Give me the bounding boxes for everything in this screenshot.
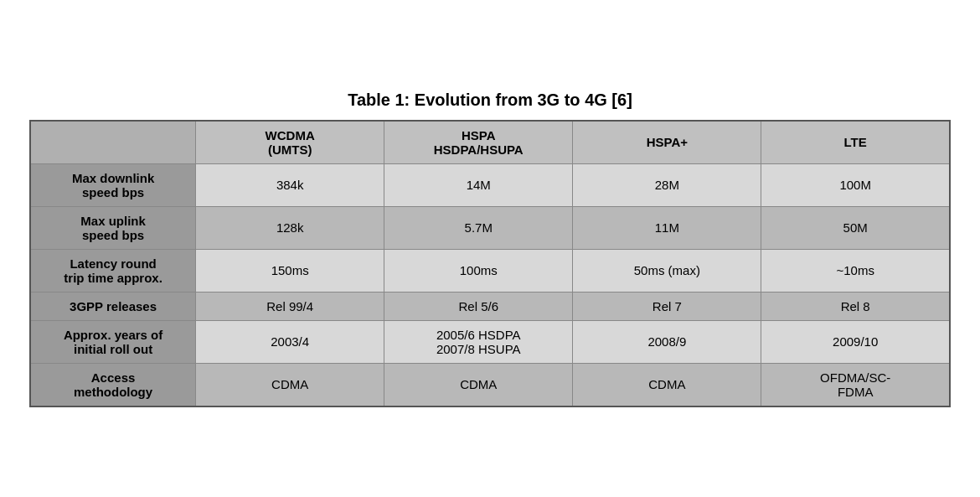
- header-empty: [30, 121, 196, 164]
- cell-wcdma: Rel 99/4: [196, 292, 384, 320]
- cell-hspaplus: 50ms (max): [573, 249, 761, 292]
- table-title: Table 1: Evolution from 3G to 4G [6]: [29, 91, 951, 110]
- cell-lte: 50M: [761, 206, 950, 249]
- cell-hspaplus: 2008/9: [573, 320, 761, 363]
- cell-hspaplus: Rel 7: [573, 292, 761, 320]
- table-row: Max uplink speed bps128k5.7M11M50M: [30, 206, 950, 249]
- table-row: Max downlink speed bps384k14M28M100M: [30, 163, 950, 206]
- header-lte: LTE: [761, 121, 950, 164]
- header-row: WCDMA (UMTS) HSPA HSDPA/HSUPA HSPA+ LTE: [30, 121, 950, 164]
- cell-hspaplus: 11M: [573, 206, 761, 249]
- cell-wcdma: 2003/4: [196, 320, 384, 363]
- row-label: 3GPP releases: [30, 292, 196, 320]
- table-row: Latency round trip time approx.150ms100m…: [30, 249, 950, 292]
- cell-hspa: CDMA: [384, 363, 573, 406]
- cell-lte: ~10ms: [761, 249, 950, 292]
- cell-hspa: 100ms: [384, 249, 573, 292]
- cell-lte: 2009/10: [761, 320, 950, 363]
- comparison-table: WCDMA (UMTS) HSPA HSDPA/HSUPA HSPA+ LTE …: [29, 120, 951, 407]
- table-row: 3GPP releasesRel 99/4Rel 5/6Rel 7Rel 8: [30, 292, 950, 320]
- cell-wcdma: 384k: [196, 163, 384, 206]
- header-hspa: HSPA HSDPA/HSUPA: [384, 121, 573, 164]
- cell-lte: OFDMA/SC- FDMA: [761, 363, 950, 406]
- header-hspaplus: HSPA+: [573, 121, 761, 164]
- row-label: Max downlink speed bps: [30, 163, 196, 206]
- table-row: Access methodologyCDMACDMACDMAOFDMA/SC- …: [30, 363, 950, 406]
- cell-hspa: 2005/6 HSDPA 2007/8 HSUPA: [384, 320, 573, 363]
- cell-hspa: 14M: [384, 163, 573, 206]
- cell-hspa: Rel 5/6: [384, 292, 573, 320]
- cell-wcdma: 128k: [196, 206, 384, 249]
- row-label: Max uplink speed bps: [30, 206, 196, 249]
- cell-lte: 100M: [761, 163, 950, 206]
- main-container: Table 1: Evolution from 3G to 4G [6] WCD…: [29, 91, 951, 407]
- table-row: Approx. years of initial roll out2003/42…: [30, 320, 950, 363]
- cell-wcdma: CDMA: [196, 363, 384, 406]
- cell-hspaplus: CDMA: [573, 363, 761, 406]
- cell-wcdma: 150ms: [196, 249, 384, 292]
- cell-hspaplus: 28M: [573, 163, 761, 206]
- cell-hspa: 5.7M: [384, 206, 573, 249]
- cell-lte: Rel 8: [761, 292, 950, 320]
- row-label: Approx. years of initial roll out: [30, 320, 196, 363]
- header-wcdma: WCDMA (UMTS): [196, 121, 384, 164]
- row-label: Latency round trip time approx.: [30, 249, 196, 292]
- row-label: Access methodology: [30, 363, 196, 406]
